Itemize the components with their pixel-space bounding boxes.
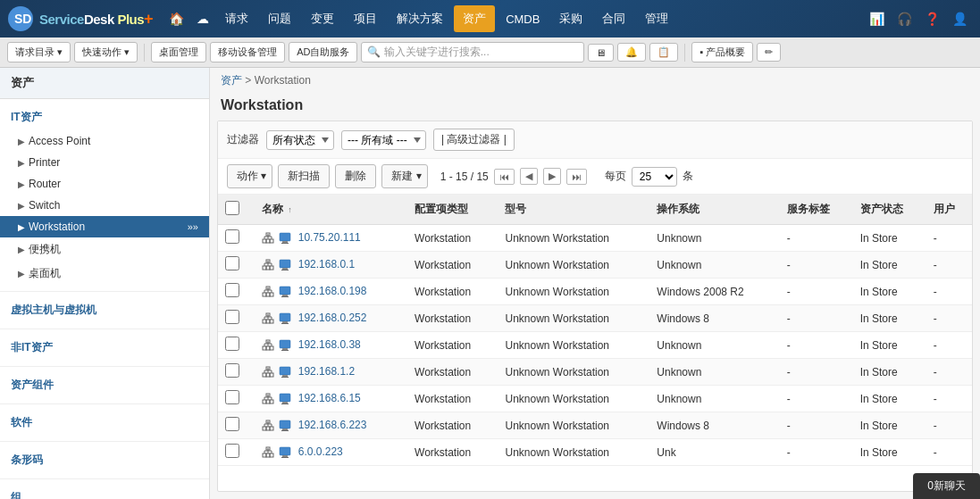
nav-cmdb[interactable]: CMDB: [497, 7, 549, 31]
sidebar-item-printer[interactable]: ▶ Printer: [0, 152, 209, 173]
sidebar-item-router[interactable]: ▶ Router: [0, 173, 209, 195]
user-icon[interactable]: 👤: [947, 8, 973, 29]
select-all-checkbox[interactable]: [225, 201, 239, 215]
breadcrumb-parent[interactable]: 资产: [221, 74, 242, 87]
desktop-management-btn[interactable]: 桌面管理: [151, 42, 206, 62]
row-type-6: Workstation: [407, 386, 498, 412]
sidebar-item-workstation[interactable]: ▶ Workstation »»: [0, 216, 209, 237]
page-title: Workstation: [221, 97, 969, 113]
row-service-tag-5: -: [780, 359, 853, 386]
row-service-tag-1: -: [780, 252, 853, 279]
sidebar-item-desktop[interactable]: ▶ 桌面机: [0, 262, 209, 286]
product-overview-btn[interactable]: ▪ 产品概要: [691, 42, 753, 62]
home-icon[interactable]: 🏠: [163, 8, 189, 29]
nav-procurement[interactable]: 采购: [550, 5, 591, 32]
row-name-link-7[interactable]: 192.168.6.223: [298, 419, 367, 431]
chart-icon[interactable]: 📊: [864, 8, 890, 29]
last-page-btn[interactable]: ⏭: [566, 169, 587, 185]
svg-rect-11: [280, 233, 290, 241]
nav-requests[interactable]: 请求: [216, 5, 257, 32]
sidebar-item-software[interactable]: 软件: [0, 410, 209, 436]
nav-contracts[interactable]: 合同: [593, 5, 634, 32]
row-name-link-2[interactable]: 192.168.0.198: [298, 285, 367, 297]
network-icon-6: [262, 393, 274, 405]
first-page-btn[interactable]: ⏮: [494, 169, 515, 185]
svg-rect-64: [270, 373, 273, 377]
clipboard-icon-btn[interactable]: 📋: [649, 43, 678, 62]
ad-self-service-btn[interactable]: AD自助服务: [289, 42, 357, 62]
next-page-btn[interactable]: ▶: [543, 168, 561, 185]
row-select-checkbox-6[interactable]: [225, 390, 239, 404]
sidebar-label-components: 资产组件: [11, 378, 54, 393]
row-user-6: -: [926, 386, 972, 412]
quick-actions-btn[interactable]: 快速动作 ▾: [74, 42, 138, 62]
prev-page-btn[interactable]: ◀: [520, 168, 538, 185]
svg-rect-28: [270, 293, 273, 296]
row-model-5: Unknown Workstation: [498, 359, 649, 386]
nav-admin[interactable]: 管理: [636, 5, 677, 32]
row-checkbox-8: [218, 439, 255, 466]
col-checkbox: [218, 195, 255, 225]
row-name-link-0[interactable]: 10.75.20.111: [298, 231, 361, 244]
status-filter[interactable]: 所有状态: [266, 130, 334, 150]
row-select-checkbox-0[interactable]: [225, 229, 239, 244]
sidebar-item-access-point[interactable]: ▶ Access Point: [0, 130, 209, 152]
filter-bar: 过滤器 所有状态 --- 所有域 --- | 高级过滤器 |: [218, 121, 972, 159]
sidebar-item-laptop[interactable]: ▶ 便携机: [0, 237, 209, 262]
row-name-link-4[interactable]: 192.168.0.38: [298, 338, 361, 351]
scan-btn[interactable]: 新扫描: [278, 164, 330, 188]
col-name[interactable]: 名称 ↑: [255, 195, 407, 225]
per-page-select[interactable]: 25 50 100: [632, 167, 677, 187]
screen-icon-btn[interactable]: 🖥: [588, 44, 614, 62]
nav-projects[interactable]: 项目: [345, 5, 386, 32]
workstation-icon-3: [279, 312, 291, 325]
request-catalog-btn[interactable]: 请求目录 ▾: [7, 42, 71, 62]
app-name: ServiceDesk Plus+: [39, 10, 153, 29]
row-select-checkbox-5[interactable]: [225, 363, 239, 378]
sidebar-section-group: 组: [0, 479, 209, 499]
nav-solutions[interactable]: 解决方案: [388, 5, 452, 32]
sidebar-item-components[interactable]: 资产组件: [0, 372, 209, 398]
sidebar-section-it-assets-title[interactable]: IT资产: [0, 104, 209, 130]
help-icon[interactable]: ❓: [919, 8, 945, 29]
row-select-checkbox-8[interactable]: [225, 444, 239, 458]
sidebar-item-group[interactable]: 组: [0, 485, 209, 499]
row-model-6: Unknown Workstation: [498, 386, 649, 412]
notification-icon-btn[interactable]: 🔔: [617, 43, 646, 62]
cloud-icon[interactable]: ☁: [191, 8, 214, 29]
chat-bubble[interactable]: 0新聊天: [913, 473, 980, 499]
row-select-checkbox-4[interactable]: [225, 337, 239, 351]
row-name-link-3[interactable]: 192.168.0.252: [298, 312, 367, 324]
app-logo[interactable]: SD ServiceDesk Plus+: [7, 5, 153, 32]
row-name-link-8[interactable]: 6.0.0.223: [298, 445, 343, 458]
nav-assets[interactable]: 资产: [454, 5, 495, 32]
row-os-7: Windows 8: [649, 412, 779, 439]
domain-filter[interactable]: --- 所有域 ---: [341, 130, 426, 150]
row-select-checkbox-2[interactable]: [225, 283, 239, 297]
nav-issues[interactable]: 问题: [259, 5, 300, 32]
table-row: 192.168.0.1 Workstation Unknown Workstat…: [218, 252, 972, 279]
sidebar-item-non-it[interactable]: 非IT资产: [0, 335, 209, 361]
row-select-checkbox-7[interactable]: [225, 417, 239, 431]
svg-rect-51: [266, 346, 270, 350]
new-btn[interactable]: 新建 ▾: [381, 164, 427, 188]
row-select-checkbox-3[interactable]: [225, 310, 239, 324]
toolbar: 请求目录 ▾ 快速动作 ▾ 桌面管理 移动设备管理 AD自助服务 🔍 输入关键字…: [0, 37, 980, 68]
edit-icon-btn[interactable]: ✏: [757, 43, 781, 62]
delete-btn[interactable]: 删除: [335, 164, 376, 188]
headset-icon[interactable]: 🎧: [892, 8, 917, 29]
svg-rect-12: [282, 241, 288, 243]
sidebar-arrow-router: ▶: [18, 179, 25, 189]
action-btn[interactable]: 动作 ▾: [227, 164, 272, 188]
sidebar-item-barcode[interactable]: 条形码: [0, 447, 209, 473]
row-select-checkbox-1[interactable]: [225, 256, 239, 270]
row-name-link-1[interactable]: 192.168.0.1: [298, 258, 355, 270]
row-name-link-6[interactable]: 192.168.6.15: [298, 392, 361, 404]
row-name-link-5[interactable]: 192.168.1.2: [298, 365, 355, 378]
sidebar-item-switch[interactable]: ▶ Switch: [0, 195, 209, 216]
nav-changes[interactable]: 变更: [302, 5, 343, 32]
advanced-filter-btn[interactable]: | 高级过滤器 |: [433, 129, 515, 151]
mobile-management-btn[interactable]: 移动设备管理: [210, 42, 285, 62]
sidebar-item-vm[interactable]: 虚拟主机与虚拟机: [0, 297, 209, 323]
search-input[interactable]: 🔍 输入关键字进行搜索...: [361, 42, 584, 62]
